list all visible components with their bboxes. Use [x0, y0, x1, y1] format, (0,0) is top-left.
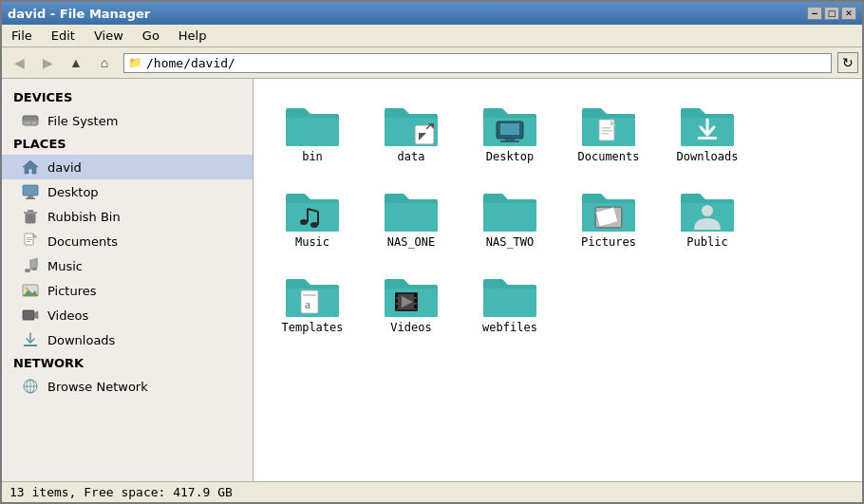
- sidebar-item-documents[interactable]: Documents: [2, 229, 253, 253]
- svg-marker-27: [34, 311, 38, 319]
- close-button[interactable]: ✕: [841, 7, 856, 20]
- file-item-bin[interactable]: bin: [265, 90, 360, 172]
- file-item-downloads[interactable]: Downloads: [660, 90, 755, 172]
- folder-icon-downloads: [677, 99, 738, 150]
- sidebar-item-desktop-label: Desktop: [47, 185, 99, 199]
- file-item-nas-one[interactable]: NAS_ONE: [364, 176, 459, 257]
- menu-view[interactable]: View: [88, 27, 129, 45]
- svg-point-49: [310, 222, 318, 228]
- folder-icon-music: [282, 184, 343, 235]
- file-item-public[interactable]: Public: [660, 176, 755, 257]
- file-item-nas-two[interactable]: NAS_TWO: [462, 176, 557, 257]
- minimize-button[interactable]: −: [807, 7, 822, 20]
- sidebar-item-browse-network[interactable]: Browse Network: [2, 374, 253, 399]
- svg-rect-65: [414, 305, 417, 308]
- music-sidebar-icon: [21, 256, 40, 275]
- folder-icon-videos: [381, 270, 441, 321]
- file-label-nas-one: NAS_ONE: [387, 235, 436, 249]
- file-item-documents[interactable]: Documents: [561, 90, 656, 172]
- network-icon: [21, 377, 40, 396]
- file-label-webfiles: webfiles: [482, 321, 537, 334]
- main-window: david - File Manager − □ ✕ File Edit Vie…: [0, 0, 864, 504]
- svg-rect-46: [698, 137, 717, 140]
- videos-sidebar-icon: [21, 306, 40, 325]
- trash-icon: [21, 207, 40, 226]
- back-button[interactable]: ◀: [6, 50, 32, 75]
- file-item-desktop[interactable]: Desktop: [462, 90, 557, 172]
- svg-rect-63: [414, 293, 417, 297]
- svg-rect-60: [395, 293, 398, 297]
- svg-rect-3: [25, 122, 30, 123]
- file-label-pictures: Pictures: [581, 235, 636, 249]
- toolbar: ◀ ▶ ▲ ⌂ 📁 ↻: [2, 47, 862, 79]
- status-bar: 13 items, Free space: 417.9 GB: [2, 481, 862, 502]
- file-item-data[interactable]: data: [364, 90, 459, 172]
- svg-point-2: [33, 121, 36, 124]
- sidebar-item-pictures[interactable]: Pictures: [2, 278, 253, 303]
- reload-button[interactable]: ↻: [837, 52, 858, 73]
- address-bar: 📁: [123, 53, 832, 73]
- menu-help[interactable]: Help: [173, 27, 213, 45]
- home-icon: [21, 158, 40, 177]
- desktop-sidebar-icon: [21, 182, 40, 201]
- file-label-bin: bin: [302, 150, 323, 163]
- documents-sidebar-icon: [21, 232, 40, 251]
- svg-rect-9: [24, 212, 37, 214]
- maximize-button[interactable]: □: [824, 7, 839, 20]
- file-item-music[interactable]: Music: [265, 176, 360, 257]
- svg-rect-17: [27, 239, 32, 240]
- svg-rect-64: [414, 299, 417, 303]
- sidebar-item-desktop[interactable]: Desktop: [2, 179, 253, 204]
- sidebar-item-music[interactable]: Music: [2, 253, 253, 278]
- network-title: NETWORK: [2, 352, 253, 374]
- svg-text:a: a: [305, 298, 310, 311]
- menu-edit[interactable]: Edit: [46, 27, 81, 45]
- status-text: 13 items, Free space: 417.9 GB: [9, 485, 233, 499]
- title-bar: david - File Manager − □ ✕: [2, 2, 862, 25]
- svg-rect-44: [602, 130, 612, 132]
- svg-point-54: [702, 205, 713, 216]
- sidebar-item-filesystem-label: File System: [47, 114, 118, 128]
- folder-icon-webfiles: [479, 270, 540, 321]
- folder-icon-nas-two: [479, 184, 540, 235]
- menu-go[interactable]: Go: [137, 27, 165, 45]
- sidebar-item-pictures-label: Pictures: [47, 284, 96, 298]
- svg-marker-15: [33, 233, 37, 237]
- file-label-data: data: [398, 150, 425, 163]
- devices-title: DEVICES: [2, 86, 253, 108]
- downloads-sidebar-icon: [21, 330, 40, 349]
- file-grid: bin data: [265, 90, 851, 343]
- menu-file[interactable]: File: [6, 27, 38, 45]
- file-item-videos[interactable]: Videos: [364, 261, 459, 343]
- svg-rect-56: [303, 294, 316, 296]
- folder-icon-data: [381, 99, 441, 150]
- svg-rect-43: [602, 127, 610, 129]
- folder-icon-documents: [578, 99, 639, 150]
- svg-point-47: [300, 219, 308, 225]
- file-label-desktop: Desktop: [486, 150, 535, 163]
- places-title: PLACES: [2, 133, 253, 155]
- up-button[interactable]: ▲: [63, 50, 89, 75]
- sidebar-item-music-label: Music: [47, 259, 83, 273]
- svg-rect-7: [26, 198, 35, 200]
- file-item-pictures[interactable]: Pictures: [561, 176, 656, 257]
- sidebar-item-documents-label: Documents: [47, 234, 118, 249]
- sidebar-item-rubbish[interactable]: Rubbish Bin: [2, 204, 253, 229]
- forward-button[interactable]: ▶: [34, 50, 61, 75]
- sidebar-item-rubbish-label: Rubbish Bin: [47, 210, 121, 224]
- sidebar-item-downloads[interactable]: Downloads: [2, 327, 253, 352]
- sidebar-item-videos[interactable]: Videos: [2, 303, 253, 327]
- svg-rect-18: [27, 241, 30, 242]
- sidebar-item-filesystem[interactable]: File System: [2, 108, 253, 133]
- sidebar-item-david[interactable]: david: [2, 155, 253, 179]
- home-button[interactable]: ⌂: [91, 50, 118, 75]
- svg-rect-26: [23, 310, 34, 320]
- sidebar-item-downloads-label: Downloads: [47, 333, 115, 347]
- svg-rect-40: [500, 140, 519, 142]
- file-item-webfiles[interactable]: webfiles: [462, 261, 557, 343]
- file-item-templates[interactable]: a Templates: [265, 261, 360, 343]
- svg-rect-45: [602, 133, 609, 135]
- main-content: DEVICES File System PLACES: [2, 79, 862, 481]
- folder-icon-pictures: [578, 184, 639, 235]
- address-input[interactable]: [146, 56, 827, 70]
